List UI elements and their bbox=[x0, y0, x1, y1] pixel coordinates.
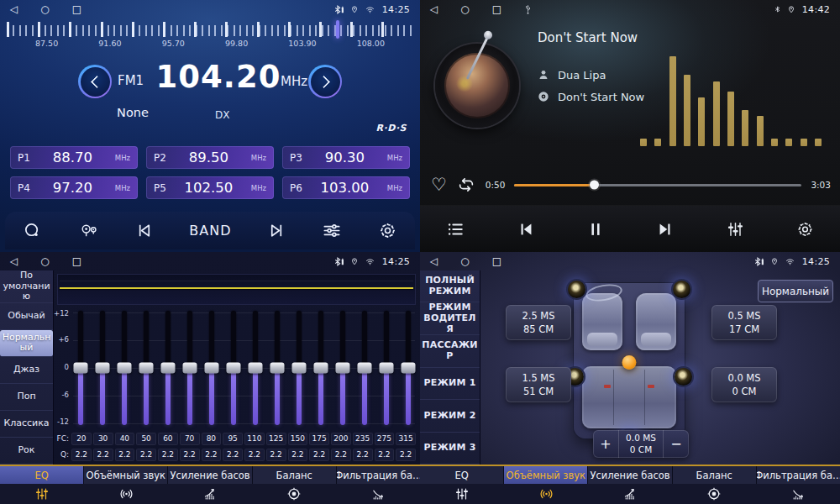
home-button[interactable]: ○ bbox=[460, 4, 469, 14]
bass-boost-icon[interactable] bbox=[168, 484, 252, 504]
rear-left-delay-button[interactable]: 1.5 MS 51 CM bbox=[506, 367, 571, 402]
q-value[interactable]: 2.2 bbox=[71, 449, 92, 461]
front-right-delay-button[interactable]: 0.5 MS 17 CM bbox=[711, 305, 777, 340]
slider-knob[interactable] bbox=[182, 363, 197, 374]
q-value[interactable]: 2.2 bbox=[244, 449, 265, 461]
fc-value[interactable]: 60 bbox=[158, 433, 178, 445]
tab-filter[interactable]: Фильтрация ба… bbox=[337, 466, 420, 484]
progress-knob[interactable] bbox=[590, 181, 599, 190]
eq-preset-pop[interactable]: Поп bbox=[0, 384, 53, 411]
eq-band-slider[interactable] bbox=[248, 309, 262, 427]
q-value[interactable]: 2.2 bbox=[93, 449, 113, 461]
q-value[interactable]: 2.2 bbox=[202, 449, 222, 461]
balance-icon[interactable] bbox=[252, 484, 336, 504]
fc-value[interactable]: 315 bbox=[396, 433, 416, 445]
q-value[interactable]: 2.2 bbox=[115, 449, 135, 461]
slider-knob[interactable] bbox=[226, 363, 240, 374]
slider-knob[interactable] bbox=[160, 363, 175, 374]
favorite-button[interactable]: ♡ bbox=[431, 176, 447, 194]
q-value[interactable]: 2.2 bbox=[353, 449, 373, 461]
slider-knob[interactable] bbox=[357, 363, 371, 374]
surround-icon[interactable] bbox=[504, 484, 588, 504]
tuner-scale[interactable] bbox=[7, 22, 413, 37]
eq-band-slider[interactable] bbox=[357, 309, 371, 427]
q-value[interactable]: 2.2 bbox=[266, 449, 286, 461]
preset-button-5[interactable]: P5102.50MHz bbox=[146, 176, 274, 199]
previous-station-button[interactable] bbox=[134, 221, 154, 240]
fc-value[interactable]: 50 bbox=[136, 433, 156, 445]
slider-knob[interactable] bbox=[270, 363, 284, 374]
mode-full[interactable]: ПОЛНЫЙ РЕЖИМ bbox=[420, 270, 480, 302]
slider-knob[interactable] bbox=[379, 363, 393, 374]
band-button[interactable]: BAND bbox=[189, 223, 231, 239]
slider-knob[interactable] bbox=[204, 363, 218, 374]
fc-value[interactable]: 150 bbox=[288, 433, 308, 445]
fc-value[interactable]: 20 bbox=[71, 433, 92, 445]
preset-button-1[interactable]: P188.70MHz bbox=[10, 146, 138, 169]
eq-band-slider[interactable] bbox=[139, 309, 153, 427]
q-value[interactable]: 2.2 bbox=[375, 449, 395, 461]
rear-right-speaker[interactable] bbox=[675, 368, 692, 386]
back-button[interactable]: ◁ bbox=[430, 4, 438, 14]
eq-band-slider[interactable] bbox=[73, 309, 87, 427]
broadcast-button[interactable] bbox=[78, 221, 99, 240]
fc-value[interactable]: 235 bbox=[353, 433, 373, 445]
fc-value[interactable]: 175 bbox=[309, 433, 329, 445]
back-button[interactable]: ◁ bbox=[430, 256, 438, 266]
listener-position-marker[interactable] bbox=[622, 355, 637, 370]
slider-knob[interactable] bbox=[401, 363, 415, 374]
fc-value[interactable]: 200 bbox=[331, 433, 351, 445]
slider-knob[interactable] bbox=[117, 363, 131, 374]
q-value[interactable]: 2.2 bbox=[136, 449, 156, 461]
home-button[interactable]: ○ bbox=[40, 4, 49, 14]
settings-button[interactable] bbox=[795, 220, 815, 239]
eq-preset-custom[interactable]: Обычай bbox=[0, 303, 53, 330]
equalizer-button[interactable] bbox=[726, 220, 745, 239]
tab-surround[interactable]: Объёмный звук bbox=[504, 466, 588, 484]
surround-icon[interactable] bbox=[84, 484, 168, 504]
mode-1[interactable]: РЕЖИМ 1 bbox=[420, 368, 480, 400]
filter-icon[interactable] bbox=[756, 484, 840, 504]
fc-value[interactable]: 80 bbox=[202, 433, 222, 445]
tab-bass-boost[interactable]: Усиление басов bbox=[588, 466, 672, 484]
filter-icon[interactable] bbox=[336, 484, 420, 504]
profile-button[interactable]: Нормальный bbox=[758, 280, 833, 302]
tab-bass-boost[interactable]: Усиление басов bbox=[168, 466, 252, 484]
recents-button[interactable]: □ bbox=[492, 256, 501, 266]
tune-down-button[interactable] bbox=[78, 65, 112, 98]
back-button[interactable]: ◁ bbox=[10, 4, 18, 14]
home-button[interactable]: ○ bbox=[40, 256, 49, 266]
q-value[interactable]: 2.2 bbox=[223, 449, 243, 461]
rear-right-delay-button[interactable]: 0.0 MS 0 CM bbox=[711, 367, 777, 402]
playlist-button[interactable] bbox=[445, 220, 465, 239]
q-value[interactable]: 2.2 bbox=[396, 449, 416, 461]
front-left-delay-button[interactable]: 2.5 MS 85 CM bbox=[506, 305, 571, 340]
eq-preset-rock[interactable]: Рок bbox=[0, 438, 53, 465]
pause-button[interactable] bbox=[586, 220, 605, 239]
fc-value[interactable]: 70 bbox=[180, 433, 200, 445]
tab-eq[interactable]: EQ bbox=[0, 466, 84, 484]
q-value[interactable]: 2.2 bbox=[309, 449, 329, 461]
tune-up-button[interactable] bbox=[308, 65, 342, 98]
preset-button-6[interactable]: P6103.00MHz bbox=[282, 176, 410, 199]
fc-value[interactable]: 95 bbox=[223, 433, 243, 445]
q-value[interactable]: 2.2 bbox=[288, 449, 308, 461]
bass-boost-icon[interactable] bbox=[588, 484, 672, 504]
eq-band-slider[interactable] bbox=[95, 309, 109, 427]
tab-filter[interactable]: Фильтрация ба… bbox=[757, 466, 840, 484]
fc-value[interactable]: 125 bbox=[266, 433, 286, 445]
eq-band-slider[interactable] bbox=[270, 309, 284, 427]
eq-band-slider[interactable] bbox=[204, 309, 218, 427]
mode-driver[interactable]: РЕЖИМ ВОДИТЕЛЯ bbox=[420, 302, 480, 335]
settings-button[interactable] bbox=[378, 221, 397, 240]
q-value[interactable]: 2.2 bbox=[158, 449, 178, 461]
q-value[interactable]: 2.2 bbox=[180, 449, 200, 461]
slider-knob[interactable] bbox=[313, 363, 328, 374]
repeat-button[interactable] bbox=[456, 176, 476, 194]
eq-band-slider[interactable] bbox=[182, 309, 197, 427]
preset-button-3[interactable]: P390.30MHz bbox=[282, 146, 410, 169]
eq-preset-classic[interactable]: Классика bbox=[0, 411, 53, 438]
eq-sliders-icon[interactable] bbox=[0, 484, 84, 504]
tab-surround[interactable]: Объёмный звук bbox=[84, 466, 168, 484]
mode-passenger[interactable]: ПАССАЖИР bbox=[420, 335, 480, 367]
